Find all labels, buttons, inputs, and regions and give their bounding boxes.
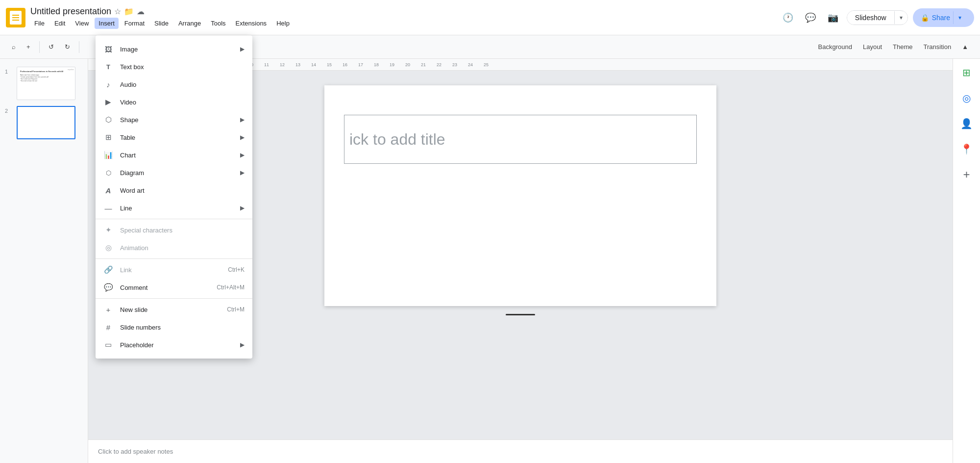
tasks-icon[interactable]: ◎ xyxy=(958,89,976,107)
menu-view[interactable]: View xyxy=(71,18,93,29)
menu-item-new-slide[interactable]: + New slide Ctrl+M xyxy=(96,301,252,318)
logo-lines xyxy=(12,15,19,21)
zoom-in-btn[interactable]: + xyxy=(23,41,34,52)
slide-canvas[interactable]: ick to add title xyxy=(324,85,716,306)
menu-item-placeholder[interactable]: ▭ Placeholder ▶ xyxy=(96,336,252,354)
line-icon: — xyxy=(103,203,113,213)
special-chars-icon: ✦ xyxy=(103,225,113,235)
item-left: ✦ Special characters xyxy=(103,225,172,235)
contacts-icon[interactable]: 👤 xyxy=(958,115,976,132)
title-placeholder-text: ick to add title xyxy=(349,130,445,149)
menu-section-link: 🔗 Link Ctrl+K 💬 Comment Ctrl+Alt+M xyxy=(96,259,252,299)
slide-preview-1[interactable]: Professional Presentations in Seconds wi… xyxy=(17,67,75,100)
title-placeholder[interactable]: ick to add title xyxy=(344,115,697,164)
theme-btn[interactable]: Theme xyxy=(889,41,916,52)
chart-icon: 📊 xyxy=(103,150,113,160)
item-left: 🖼 Image xyxy=(103,44,138,54)
maps-icon[interactable]: 📍 xyxy=(958,140,976,158)
slideshow-arrow[interactable]: ▾ xyxy=(894,11,907,24)
speaker-notes-text: Click to add speaker notes xyxy=(98,448,173,455)
cloud-icon[interactable]: ☁ xyxy=(137,7,145,16)
submenu-arrow: ▶ xyxy=(240,46,245,52)
menu-item-shape[interactable]: ⬡ Shape ▶ xyxy=(96,111,252,129)
menu-edit[interactable]: Edit xyxy=(50,18,69,29)
right-sidebar: ⊞ ◎ 👤 📍 + xyxy=(953,59,980,463)
menu-item-diagram[interactable]: ⬡ Diagram ▶ xyxy=(96,164,252,181)
share-arrow[interactable]: ▾ xyxy=(953,11,966,24)
sheets-icon[interactable]: ⊞ xyxy=(958,64,976,81)
wordart-label: Word art xyxy=(120,187,145,194)
folder-icon[interactable]: 📁 xyxy=(124,7,134,16)
item-left: A Word art xyxy=(103,185,145,195)
menu-item-wordart[interactable]: A Word art xyxy=(96,181,252,199)
menu-item-textbox[interactable]: T Text box xyxy=(96,58,252,76)
link-icon: 🔗 xyxy=(103,265,113,275)
collapse-btn[interactable]: ▲ xyxy=(958,41,972,52)
menu-help[interactable]: Help xyxy=(272,18,294,29)
menu-item-chart[interactable]: 📊 Chart ▶ xyxy=(96,146,252,164)
menu-extensions[interactable]: Extensions xyxy=(232,18,271,29)
slide-preview-2[interactable] xyxy=(17,106,75,139)
separator xyxy=(79,41,79,53)
item-left: + New slide xyxy=(103,305,147,314)
transition-btn[interactable]: Transition xyxy=(920,41,956,52)
menu-item-image[interactable]: 🖼 Image ▶ xyxy=(96,40,252,58)
star-icon[interactable]: ☆ xyxy=(114,7,121,16)
speaker-notes[interactable]: Click to add speaker notes xyxy=(88,439,953,463)
chart-label: Chart xyxy=(120,152,136,159)
comment-icon[interactable]: 💬 xyxy=(802,9,819,26)
menu-section-slides: + New slide Ctrl+M # Slide numbers ▭ Pla… xyxy=(96,299,252,356)
table-label: Table xyxy=(120,134,135,141)
undo-btn[interactable]: ↺ xyxy=(45,41,58,52)
video-label: Video xyxy=(120,99,136,106)
top-right: 🕐 💬 📷 Slideshow ▾ 🔒 Share ▾ xyxy=(779,8,974,27)
share-button[interactable]: 🔒 Share ▾ xyxy=(913,8,974,27)
slide-num-2: 2 xyxy=(5,108,13,114)
slide-thumb-2[interactable]: 2 xyxy=(0,103,88,142)
layout-btn[interactable]: Layout xyxy=(859,41,886,52)
slide-thumb-1[interactable]: 1 Professional Presentations in Seconds … xyxy=(0,64,88,103)
menu-item-audio[interactable]: ♪ Audio xyxy=(96,76,252,93)
line-label: Line xyxy=(120,205,132,212)
slide-numbers-label: Slide numbers xyxy=(120,324,161,331)
ruler-mark: 25 xyxy=(478,62,494,67)
ruler-mark: 11 xyxy=(259,62,274,67)
slideshow-label[interactable]: Slideshow xyxy=(847,11,894,25)
item-left: ♪ Audio xyxy=(103,79,136,89)
camera-icon[interactable]: 📷 xyxy=(824,9,842,26)
share-label[interactable]: Share xyxy=(932,14,950,22)
item-left: ▭ Placeholder xyxy=(103,340,154,350)
zoom-btn[interactable]: ⌕ xyxy=(8,41,20,52)
menu-item-line[interactable]: — Line ▶ xyxy=(96,199,252,217)
logo-line xyxy=(12,15,19,16)
separator xyxy=(39,41,40,53)
history-icon[interactable]: 🕐 xyxy=(779,9,797,26)
logo-line xyxy=(12,17,19,18)
doc-title[interactable]: Untitled presentation xyxy=(30,6,111,17)
plus-icon: + xyxy=(26,43,30,51)
item-left: T Text box xyxy=(103,62,144,72)
menu-bar: File Edit View Insert Format Slide Arran… xyxy=(30,18,294,29)
diagram-label: Diagram xyxy=(120,169,144,177)
menu-tools[interactable]: Tools xyxy=(207,18,229,29)
background-btn[interactable]: Background xyxy=(814,41,856,52)
ruler-mark: 22 xyxy=(431,62,447,67)
menu-format[interactable]: Format xyxy=(121,18,148,29)
slide-preview-content-1: Professional Presentations in Seconds wi… xyxy=(17,67,75,85)
diagram-icon: ⬡ xyxy=(103,168,113,178)
add-icon[interactable]: + xyxy=(958,166,976,183)
menu-arrange[interactable]: Arrange xyxy=(174,18,205,29)
menu-insert[interactable]: Insert xyxy=(95,18,119,29)
menu-item-video[interactable]: ▶ Video xyxy=(96,93,252,111)
placeholder-label: Placeholder xyxy=(120,341,154,349)
slideshow-button[interactable]: Slideshow ▾ xyxy=(847,10,908,25)
menu-item-comment[interactable]: 💬 Comment Ctrl+Alt+M xyxy=(96,279,252,296)
ruler-mark: 17 xyxy=(353,62,368,67)
menu-file[interactable]: File xyxy=(30,18,49,29)
menu-item-slide-numbers[interactable]: # Slide numbers xyxy=(96,318,252,336)
menu-section-special: ✦ Special characters ◎ Animation xyxy=(96,219,252,259)
menu-item-table[interactable]: ⊞ Table ▶ xyxy=(96,129,252,146)
ruler-mark: 24 xyxy=(463,62,478,67)
menu-slide[interactable]: Slide xyxy=(150,18,172,29)
redo-btn[interactable]: ↻ xyxy=(61,41,74,52)
